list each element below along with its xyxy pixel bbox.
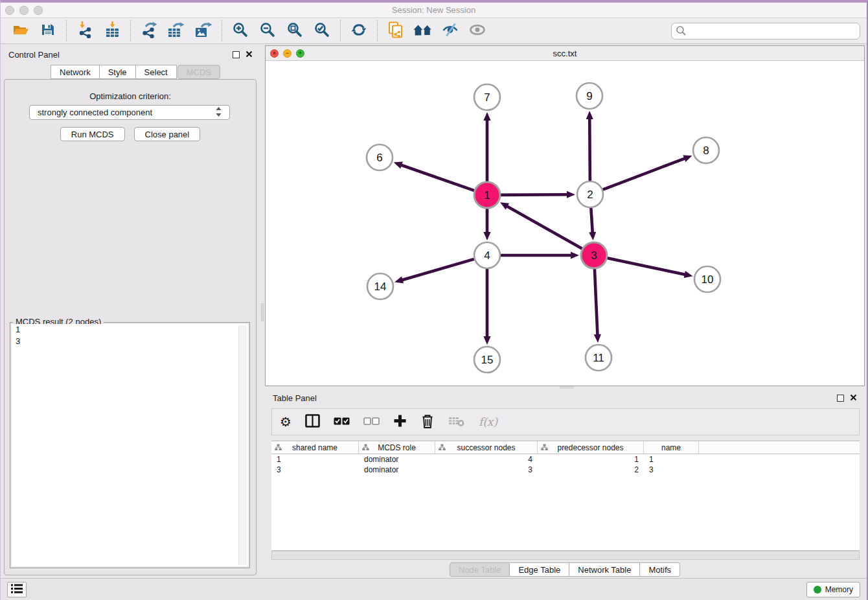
export-network-button[interactable] [139,21,159,41]
tab-motifs[interactable]: Motifs [640,562,680,577]
horizontal-scrollbar[interactable] [271,551,860,560]
mcds-result-list[interactable]: 1 3 [12,324,248,566]
table-options-button[interactable]: ⚙ [280,415,291,428]
graph-node-9[interactable]: 9 [577,83,602,109]
optimization-criterion-select[interactable]: strongly connected component [29,105,230,120]
select-all-columns-button[interactable] [334,417,350,427]
float-panel-icon[interactable] [837,395,844,402]
show-columns-button[interactable] [305,414,320,430]
export-image-button[interactable] [193,21,214,41]
close-panel-icon[interactable] [850,393,857,403]
zoom-fit-button[interactable] [284,21,305,41]
graph-edge-1-6[interactable] [394,162,474,190]
refresh-view-button[interactable] [348,21,369,41]
zoom-selected-button[interactable] [312,21,332,41]
network-close-button[interactable]: × [270,49,279,58]
table-row[interactable]: 3 dominator 3 2 3 [271,465,860,475]
toolbar-separator [222,20,222,41]
tab-style[interactable]: Style [100,65,136,79]
first-neighbors-button[interactable] [413,21,433,41]
graph-node-4[interactable]: 4 [474,242,500,268]
graph-edge-2-3[interactable] [589,208,596,240]
graph-edge-3-10[interactable] [608,258,693,278]
tab-mcds[interactable]: MCDS [177,65,220,79]
zoom-in-button[interactable] [230,21,251,41]
delete-column-button[interactable] [420,413,435,431]
window-minimize-button[interactable] [19,6,29,15]
node-table[interactable]: shared name MCDS role successor nodes pr… [271,441,860,551]
import-network-button[interactable] [74,21,95,41]
run-mcds-button[interactable]: Run MCDS [60,127,125,141]
svg-text:3: 3 [591,249,597,262]
graph-node-10[interactable]: 10 [694,266,720,292]
graph-edge-4-15[interactable] [483,269,490,345]
svg-text:11: 11 [593,352,604,364]
save-icon [40,22,56,40]
graph-edge-3-1[interactable] [500,202,582,248]
export-table-button[interactable] [166,21,187,41]
tab-select[interactable]: Select [136,65,177,79]
open-session-button[interactable] [10,21,31,41]
graph-edge-3-11[interactable] [594,269,601,343]
graph-node-15[interactable]: 15 [474,347,500,373]
network-title: scc.txt [266,49,864,58]
column-header-mcds-role[interactable]: MCDS role [359,441,435,454]
table-row[interactable]: 1 dominator 4 1 1 [271,454,860,465]
tab-edge-table[interactable]: Edge Table [510,562,569,577]
graph-edge-4-14[interactable] [394,259,474,283]
scrollbar-track[interactable] [238,325,247,565]
search-box [671,23,860,40]
show-all-button[interactable] [467,21,488,41]
network-minimize-button[interactable]: − [283,49,291,58]
close-panel-icon[interactable] [246,50,253,60]
tab-node-table[interactable]: Node Table [450,562,510,577]
window-close-button[interactable] [5,6,14,15]
graph-edge-2-9[interactable] [586,111,593,181]
graph-node-6[interactable]: 6 [367,144,393,170]
close-panel-button[interactable]: Close panel [134,127,201,141]
graph-node-11[interactable]: 11 [586,345,611,371]
clone-network-button[interactable] [385,21,406,41]
column-header-successor-nodes[interactable]: successor nodes [435,441,538,454]
mcds-result-item: 1 [12,324,248,336]
unselect-all-columns-button[interactable] [363,417,380,427]
zoom-out-button[interactable] [257,21,278,41]
tab-network-table[interactable]: Network Table [569,562,640,577]
graph-node-2[interactable]: 2 [577,181,603,207]
vertical-splitter[interactable] [260,45,265,578]
unchecked-boxes-icon [363,417,380,427]
graph-edge-1-7[interactable] [483,112,490,181]
graph-edge-4-3[interactable] [501,251,579,259]
function-builder-button[interactable]: f(x) [479,415,497,428]
network-zoom-button[interactable]: + [296,49,304,58]
column-header-name[interactable]: name [644,441,699,454]
toolbar-separator [66,20,67,41]
svg-text:2: 2 [587,189,593,201]
graph-edge-2-8[interactable] [603,156,692,190]
import-table-button[interactable] [102,21,122,41]
graph-edge-1-2[interactable] [501,191,575,198]
task-history-button[interactable] [7,582,27,597]
window-zoom-button[interactable] [34,6,43,15]
graph-node-7[interactable]: 7 [474,84,500,110]
add-column-button[interactable] [393,414,407,430]
float-panel-icon[interactable] [233,51,240,58]
tab-network[interactable]: Network [51,65,100,79]
eye-slash-icon [442,22,459,40]
memory-button[interactable]: Memory [806,582,860,597]
delete-table-button[interactable] [448,415,465,429]
network-canvas-svg: 7968124314101511 [266,61,864,386]
hide-selected-button[interactable] [440,21,461,41]
graph-node-14[interactable]: 14 [367,273,393,299]
toolbar-separator [340,20,341,41]
search-input[interactable] [671,23,860,40]
column-header-predecessor-nodes[interactable]: predecessor nodes [538,441,644,454]
graph-node-3[interactable]: 3 [581,242,607,268]
column-header-shared-name[interactable]: shared name [271,441,359,454]
graph-edge-1-4[interactable] [483,209,490,240]
main-toolbar [1,18,867,44]
network-canvas[interactable]: 7968124314101511 [266,61,864,386]
graph-node-8[interactable]: 8 [693,137,719,163]
save-session-button[interactable] [38,21,58,41]
graph-node-1[interactable]: 1 [474,182,500,208]
